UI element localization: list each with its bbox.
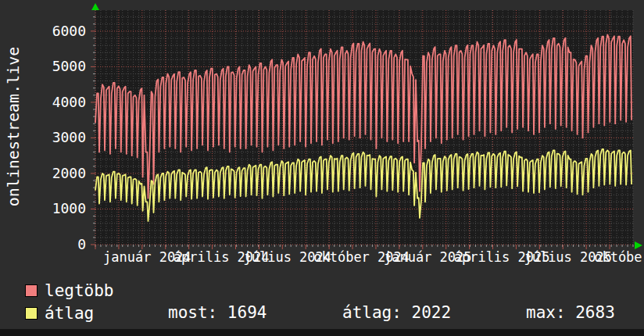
x-axis-arrow-icon bbox=[635, 241, 642, 249]
y-tick-label: 4000 bbox=[30, 94, 86, 111]
x-tick-label: október 2025 bbox=[594, 249, 644, 265]
stat-most: most: 1694 bbox=[168, 303, 267, 322]
stat-max: max: 2683 bbox=[526, 303, 615, 322]
bottom-strip bbox=[0, 329, 644, 336]
y-tick-label: 1000 bbox=[30, 200, 86, 217]
y-axis-arrow-icon bbox=[91, 3, 99, 10]
legend-label-legtobb: legtöbb bbox=[45, 281, 114, 300]
legend-swatch-legtobb bbox=[25, 284, 38, 297]
y-axis-title: onlinestream.live bbox=[4, 33, 23, 220]
stat-atlag: átlag: 2022 bbox=[342, 303, 451, 322]
y-tick-label: 3000 bbox=[30, 129, 86, 146]
y-tick-label: 5000 bbox=[30, 58, 86, 75]
y-tick-label: 2000 bbox=[30, 165, 86, 182]
rrd-graph: onlinestream.live 0100020003000400050006… bbox=[0, 0, 644, 336]
y-tick-label: 0 bbox=[30, 236, 86, 253]
legend-label-atlag: átlag bbox=[45, 304, 94, 323]
legend-swatch-atlag bbox=[25, 307, 38, 320]
y-tick-label: 6000 bbox=[30, 23, 86, 40]
